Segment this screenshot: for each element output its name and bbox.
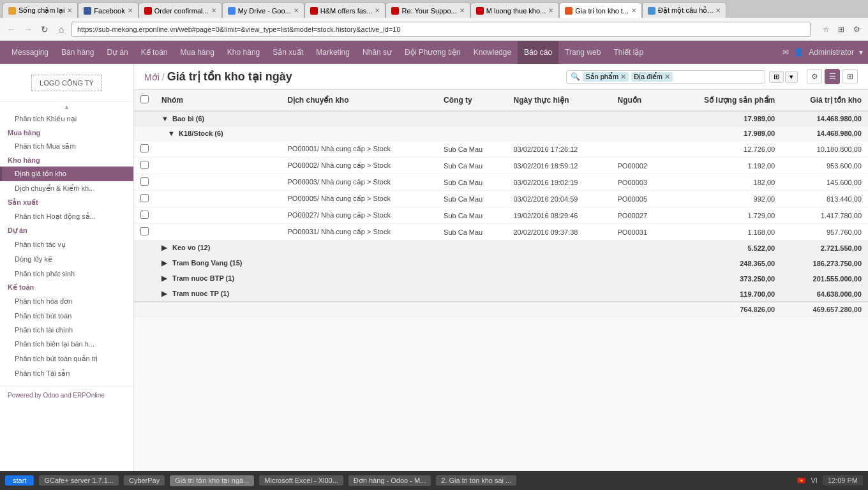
chat-icon-button[interactable]: ✉ (782, 48, 789, 57)
group-tntp-expand-icon[interactable]: ▶ (161, 290, 170, 298)
group-tbv-name[interactable]: ▶ Tram Bong Vang (15) (155, 256, 281, 271)
group-row-tram-bong-vang[interactable]: ▶ Tram Bong Vang (15) 248.365,00 186.273… (134, 256, 868, 271)
breadcrumb-new[interactable]: Mới (144, 72, 160, 82)
row5-checkbox[interactable] (140, 211, 149, 219)
table-row[interactable]: PO00001/ Nhà cung cấp > Stock Sub Ca Mau… (134, 141, 868, 158)
nav-san-xuat[interactable]: Sản xuất (266, 41, 310, 64)
bookmark-list-icon[interactable]: ⊞ (835, 23, 848, 36)
row2-checkbox[interactable] (140, 161, 149, 169)
nav-thiet-lap[interactable]: Thiết lập (607, 41, 650, 64)
row6-checkbox[interactable] (140, 227, 149, 235)
browser-tab-5[interactable]: H&M offers fas... ✕ (304, 3, 386, 18)
sidebar-header-san-xuat[interactable]: Sản xuất (0, 196, 133, 209)
tab-close-6[interactable]: ✕ (460, 7, 465, 14)
taskbar-don-hang[interactable]: Đơn hàng - Odoo - M... (348, 475, 431, 486)
row1-checkbox[interactable] (140, 144, 149, 152)
tab-close-4[interactable]: ✕ (294, 7, 299, 14)
sidebar-item-phan-tich-but-toan-quan-tri[interactable]: Phân tích bút toán quản trị (0, 352, 133, 366)
row4-checkbox-cell[interactable] (134, 191, 155, 207)
search-tag-dia-diem[interactable]: Địa điểm ✕ (631, 72, 673, 82)
sidebar-item-dich-chuyen-kiem-kho[interactable]: Dịch chuyển & Kiểm kh... (0, 181, 133, 196)
taskbar-excel[interactable]: Microsoft Excel - Xl00... (259, 475, 343, 486)
group-row-tram-nuoc-tp[interactable]: ▶ Tram nuoc TP (1) 119.700,00 64.638.000… (134, 286, 868, 302)
browser-tab-7[interactable]: M luong thue kho... ✕ (470, 3, 560, 18)
nav-bao-cao[interactable]: Báo cáo (518, 41, 558, 64)
nav-knowledge[interactable]: Knowledge (467, 41, 518, 64)
browser-tab-8[interactable]: Gia tri ton kho t... ✕ (559, 3, 642, 18)
forward-button[interactable]: → (22, 23, 34, 36)
nav-ban-hang[interactable]: Bán hàng (55, 41, 100, 64)
list-view-icon[interactable]: ☰ (825, 69, 840, 84)
user-dropdown-icon[interactable]: ▾ (859, 48, 863, 57)
bookmark-star-icon[interactable]: ☆ (819, 23, 832, 36)
group-tbv-expand-icon[interactable]: ▶ (161, 259, 170, 267)
group-bao-bi-name[interactable]: ▼ Bao bì (6) (155, 111, 281, 126)
group-bao-bi-expand-icon[interactable]: ▼ (161, 115, 170, 122)
wrench-icon[interactable]: ⚙ (850, 23, 863, 36)
start-button[interactable]: start (5, 475, 34, 486)
group-keo-vo-expand-icon[interactable]: ▶ (161, 244, 170, 252)
nav-ke-toan[interactable]: Kế toán (135, 41, 174, 64)
tab-close-9[interactable]: ✕ (715, 7, 721, 14)
nav-mua-hang[interactable]: Mua hàng (174, 41, 220, 64)
back-button[interactable]: ← (5, 23, 18, 36)
row6-checkbox-cell[interactable] (134, 224, 155, 241)
taskbar-cyberpay[interactable]: CyberPay (124, 475, 165, 486)
subgroup-k18-name[interactable]: ▼ K18/Stock (6) (155, 126, 281, 141)
browser-tab-2[interactable]: Facebook ✕ (78, 3, 138, 18)
subgroup-k18-expand-icon[interactable]: ▼ (168, 130, 177, 137)
browser-tab-6[interactable]: Re: Your Suppo... ✕ (385, 3, 470, 18)
col-checkbox[interactable] (134, 90, 155, 111)
table-row[interactable]: PO00005/ Nhà cung cấp > Stock Sub Ca Mau… (134, 191, 868, 207)
taskbar-gcafe[interactable]: GCafe+ server 1.7.1... (39, 475, 119, 486)
sidebar-item-phan-tich-khieu-nai[interactable]: Phân tích Khiếu nại (0, 112, 133, 126)
sidebar-item-dinh-gia-ton-kho[interactable]: Định giá tồn kho (0, 167, 133, 181)
nav-du-an[interactable]: Dự án (100, 41, 134, 64)
tab-close-5[interactable]: ✕ (375, 7, 380, 14)
sidebar-header-ke-toan[interactable]: Kế toán (0, 281, 133, 294)
browser-tab-3[interactable]: Order confirmal... ✕ (138, 3, 222, 18)
scroll-up-indicator[interactable]: ▲ (0, 102, 133, 112)
tab-close-8[interactable]: ✕ (631, 7, 636, 14)
group-tnbtp-expand-icon[interactable]: ▶ (161, 274, 170, 283)
user-name[interactable]: Administrator (809, 48, 854, 57)
row4-checkbox[interactable] (140, 194, 149, 202)
group-keo-vo-name[interactable]: ▶ Keo vo (12) (155, 241, 281, 256)
search-tag-dia-diem-close[interactable]: ✕ (664, 73, 670, 81)
sidebar-header-du-an[interactable]: Dự án (0, 224, 133, 237)
browser-tab-9[interactable]: Đặt một câu hỏ... ✕ (642, 3, 726, 18)
search-dropdown-button[interactable]: ▾ (785, 71, 798, 83)
select-all-checkbox[interactable] (140, 95, 149, 103)
search-input-container[interactable]: 🔍 Sản phẩm ✕ Địa điểm ✕ (566, 70, 765, 84)
row1-checkbox-cell[interactable] (134, 141, 155, 158)
table-row[interactable]: PO00003/ Nhà cung cấp > Stock Sub Ca Mau… (134, 174, 868, 191)
sidebar-header-mua-hang[interactable]: Mua hàng (0, 126, 133, 139)
nav-doi-phuong-tien[interactable]: Đội Phương tiện (398, 41, 467, 64)
tab-close-1[interactable]: ✕ (67, 7, 72, 14)
row5-checkbox-cell[interactable] (134, 207, 155, 224)
tab-close-2[interactable]: ✕ (128, 7, 133, 14)
group-tntp-name[interactable]: ▶ Tram nuoc TP (1) (155, 286, 281, 302)
subgroup-row-k18[interactable]: ▼ K18/Stock (6) 17.989,00 14.468.980,00 (134, 126, 868, 141)
browser-tab-4[interactable]: My Drive - Goo... ✕ (222, 3, 304, 18)
sidebar-item-phan-tich-bien-lai[interactable]: Phân tích biên lại bán h... (0, 337, 133, 352)
sidebar-item-phan-tich-mua-sam[interactable]: Phân tích Mua sắm (0, 139, 133, 154)
group-tnbtp-name[interactable]: ▶ Tram nuoc BTP (1) (155, 271, 281, 286)
group-row-keo-vo[interactable]: ▶ Keo vo (12) 5.522,00 2.721.550,00 (134, 241, 868, 256)
reload-button[interactable]: ↻ (38, 23, 51, 36)
sidebar-item-phan-tich-phat-sinh[interactable]: Phân tích phát sinh (0, 267, 133, 281)
sidebar-item-dong-luy-ke[interactable]: Dòng lũy kế (0, 252, 133, 267)
row3-checkbox-cell[interactable] (134, 174, 155, 191)
table-row[interactable]: PO00002/ Nhà cung cấp > Stock Sub Ca Mau… (134, 158, 868, 174)
row3-checkbox[interactable] (140, 177, 149, 186)
nav-trang-web[interactable]: Trang web (558, 41, 607, 64)
nav-messaging[interactable]: Messaging (5, 41, 55, 64)
browser-tab-1[interactable]: Sống chậm lại ✕ (3, 3, 78, 18)
table-row[interactable]: PO00031/ Nhà cung cấp > Stock Sub Ca Mau… (134, 224, 868, 241)
group-row-bao-bi[interactable]: ▼ Bao bì (6) 17.989,00 14.468.980,00 (134, 111, 868, 126)
search-tag-san-pham[interactable]: Sản phẩm ✕ (583, 72, 629, 82)
tab-close-7[interactable]: ✕ (548, 7, 553, 14)
sidebar-item-phan-tich-hoa-don[interactable]: Phân tích hóa đơn (0, 294, 133, 309)
sidebar-item-phan-tich-tac-vu[interactable]: Phân tích tác vụ (0, 237, 133, 252)
nav-nhan-su[interactable]: Nhân sự (356, 41, 398, 64)
